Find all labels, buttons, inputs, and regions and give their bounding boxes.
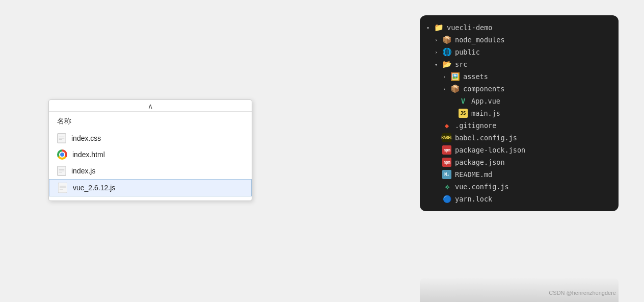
folder-icon-root: 📁 bbox=[434, 23, 443, 32]
tree-item-public[interactable]: › 🌐 public bbox=[420, 46, 619, 58]
tree-label-root: vuecli-demo bbox=[447, 23, 492, 32]
tree-label-src: src bbox=[455, 60, 467, 68]
folder-icon-public: 🌐 bbox=[442, 47, 451, 57]
tree-item-babel-config[interactable]: › BABEL babel.config.js bbox=[420, 132, 619, 144]
tree-item-gitignore[interactable]: › ◆ .gitignore bbox=[420, 119, 619, 132]
chrome-icon bbox=[57, 149, 67, 160]
tree-item-vue-config[interactable]: › ⟡ vue.config.js bbox=[420, 181, 619, 193]
tree-item-main-js[interactable]: › JS main.js bbox=[420, 107, 619, 119]
tree-label-node-modules: node_modules bbox=[455, 36, 505, 44]
tree-item-components[interactable]: › 📦 components bbox=[420, 83, 619, 95]
tree-item-pkg-lock[interactable]: › npm package-lock.json bbox=[420, 144, 619, 156]
npm-icon-pkg-lock: npm bbox=[442, 145, 451, 155]
tree-label-readme: README.md bbox=[455, 170, 492, 179]
git-icon-gitignore: ◆ bbox=[442, 121, 451, 130]
vue-icon-app: V bbox=[459, 96, 468, 106]
file-name-vue-js: vue_2.6.12.js bbox=[73, 184, 115, 192]
folder-icon-src: 📂 bbox=[442, 60, 451, 69]
tree-label-gitignore: .gitignore bbox=[455, 121, 496, 130]
yarn-icon-lock: 🔵 bbox=[442, 194, 451, 204]
file-name-index-html: index.html bbox=[72, 150, 105, 159]
file-name-index-js: index.js bbox=[71, 167, 95, 175]
arrow-right-icon-public: › bbox=[432, 48, 440, 56]
js-file-icon bbox=[57, 166, 66, 176]
tree-item-readme[interactable]: › M↓ README.md bbox=[420, 168, 619, 181]
tree-label-yarn-lock: yarn.lock bbox=[455, 195, 492, 203]
tree-label-babel-config: babel.config.js bbox=[455, 134, 517, 142]
file-item-vue-js[interactable]: vue_2.6.12.js bbox=[49, 179, 252, 196]
watermark: CSDN @henrenzhengdere bbox=[549, 290, 616, 296]
picker-header: 名称 bbox=[49, 114, 252, 130]
arrow-right-icon-node: › bbox=[432, 36, 440, 44]
tree-item-assets[interactable]: › 🖼️ assets bbox=[420, 70, 619, 83]
tree-item-yarn-lock[interactable]: › 🔵 yarn.lock bbox=[420, 193, 619, 205]
arrow-down-icon-src: ▾ bbox=[432, 60, 440, 68]
babel-icon-config: BABEL bbox=[442, 133, 451, 142]
tree-label-public: public bbox=[455, 48, 480, 56]
file-item-index-css[interactable]: index.css bbox=[49, 130, 252, 146]
tree-item-src[interactable]: ▾ 📂 src bbox=[420, 58, 619, 70]
css-file-icon bbox=[57, 133, 66, 143]
js-icon-main: JS bbox=[459, 109, 468, 118]
arrow-down-icon: ▾ bbox=[424, 23, 432, 32]
picker-arrow: ∧ bbox=[49, 100, 252, 112]
file-picker-popup: ∧ 名称 index.css index.html ind bbox=[48, 99, 252, 201]
watermark-text: CSDN @henrenzhengdere bbox=[549, 290, 616, 296]
tree-label-assets: assets bbox=[463, 72, 488, 81]
arrow-right-icon-assets: › bbox=[440, 72, 448, 81]
vue-icon-config: ⟡ bbox=[442, 182, 451, 191]
tree-item-app-vue[interactable]: › V App.vue bbox=[420, 95, 619, 107]
arrow-right-icon-components: › bbox=[440, 85, 448, 93]
tree-item-node-modules[interactable]: › 📦 node_modules bbox=[420, 34, 619, 46]
folder-icon-assets: 🖼️ bbox=[450, 72, 460, 81]
md-icon-readme: M↓ bbox=[442, 170, 451, 179]
tree-label-pkg-lock: package-lock.json bbox=[455, 146, 525, 154]
tree-label-app-vue: App.vue bbox=[471, 97, 500, 105]
tree-root-vuecli-demo[interactable]: ▾ 📁 vuecli-demo bbox=[420, 21, 619, 34]
npm-icon-pkg-json: npm bbox=[442, 158, 451, 167]
file-item-index-html[interactable]: index.html bbox=[49, 146, 252, 163]
vue-file-icon bbox=[58, 183, 68, 193]
tree-label-pkg-json: package.json bbox=[455, 158, 505, 166]
folder-icon-components: 📦 bbox=[450, 84, 460, 93]
tree-label-main-js: main.js bbox=[471, 109, 500, 117]
tree-label-components: components bbox=[463, 85, 504, 93]
tree-label-vue-config: vue.config.js bbox=[455, 183, 509, 191]
vscode-explorer: ▾ 📁 vuecli-demo › 📦 node_modules › 🌐 pub… bbox=[420, 15, 619, 211]
tree-item-pkg-json[interactable]: › npm package.json bbox=[420, 156, 619, 168]
file-item-index-js[interactable]: index.js bbox=[49, 163, 252, 179]
folder-icon-node-modules: 📦 bbox=[442, 35, 451, 44]
file-name-index-css: index.css bbox=[71, 134, 101, 142]
